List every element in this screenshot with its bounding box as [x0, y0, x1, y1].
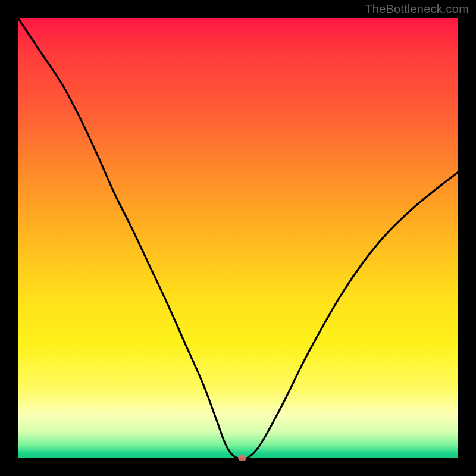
plot-area [18, 18, 458, 458]
chart-frame: TheBottleneck.com [0, 0, 476, 476]
optimal-point-marker [238, 455, 246, 461]
bottleneck-curve [18, 18, 458, 458]
watermark-text: TheBottleneck.com [365, 2, 469, 16]
